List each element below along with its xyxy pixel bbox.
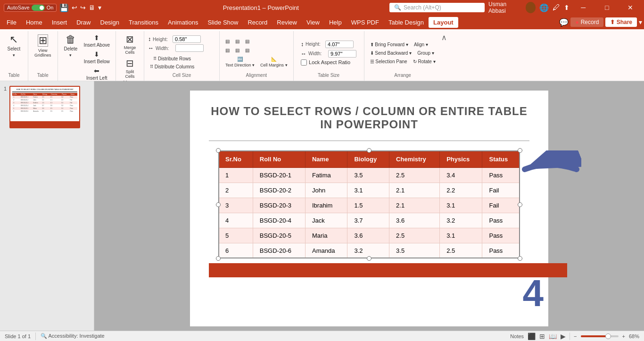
delete-dropdown[interactable]: ▾ [69,53,72,58]
slide-sorter-icon[interactable]: ⊞ [539,333,545,340]
align-arrange-label: Align ▾ [414,42,428,47]
rotate-button[interactable]: ↻ Rotate ▾ [411,58,438,65]
maximize-button[interactable]: □ [597,0,617,15]
undo-icon[interactable]: ↩ [72,4,77,11]
save-icon[interactable]: 💾 [59,3,69,12]
menu-help[interactable]: Help [324,17,347,28]
handle-middle-left[interactable] [216,202,221,207]
table-cell: BSGD-20-5 [253,228,305,243]
group-button[interactable]: Group ▾ [415,50,436,57]
comments-icon[interactable]: 💬 [559,18,569,27]
menu-review[interactable]: Review [272,17,302,28]
t-height-icon: ↕ [301,41,304,48]
table-cell: Ibrahim [305,198,347,213]
split-cells-button[interactable]: ⊟ SplitCells [122,57,139,80]
rotate-label: ↻ Rotate ▾ [413,59,436,64]
share-button[interactable]: ⬆ Share [605,17,637,27]
table-cell: 2.1 [389,183,440,198]
autosave-badge[interactable]: AutoSave On [4,4,57,12]
table-row[interactable]: 3BSGD-20-3Ibrahim1.52.13.1Fail [219,198,520,213]
align-arrange-button[interactable]: Align ▾ [412,41,430,48]
cell-height-input[interactable] [173,35,201,43]
table-row[interactable]: 1BSGD-20-1Fatima3.52.53.4Pass [219,168,520,183]
menu-view[interactable]: View [302,17,324,28]
record-button[interactable]: ● Record [570,17,603,27]
zoom-out-icon[interactable]: − [574,333,577,339]
align-tl-button[interactable]: ▤ [223,38,231,45]
slide-thumbnail[interactable]: HOW TO SELECT ROWS / COLUMN OR ENTIRE TA… [9,86,80,128]
handle-top-right[interactable] [518,148,522,153]
normal-view-icon[interactable]: ⬛ [528,333,536,340]
distribute-cols-button[interactable]: ⠿ Distribute Columns [148,63,196,70]
select-button[interactable]: ↖ Select ▾ [5,33,23,59]
menu-draw[interactable]: Draw [72,17,95,28]
menu-wps[interactable]: WPS PDF [347,17,384,28]
menu-home[interactable]: Home [21,17,47,28]
distribute-rows-button[interactable]: ⠿ Distribute Rows [148,55,196,62]
handle-bottom-right[interactable] [518,256,522,261]
data-table[interactable]: Sr.No Roll No Name Biology Chemistry Phy… [218,150,520,258]
view-gridlines-button[interactable]: ⊞ ViewGridlines [32,33,54,59]
notes-button[interactable]: Notes [510,333,524,339]
zoom-slider[interactable] [581,335,619,337]
present-icon[interactable]: 🖥 [89,4,95,11]
align-ml-button[interactable]: ▤ [223,47,231,54]
ribbon-toggle-icon[interactable]: ⬆ [564,4,570,11]
collapse-icon[interactable]: ▾ [639,18,642,26]
bring-forward-button[interactable]: ⬆ Bring Forward ▾ [368,41,410,48]
align-tc-button[interactable]: ▤ [233,38,241,45]
ribbon-group-content: ⊞ ViewGridlines [32,33,54,73]
menu-record[interactable]: Record [243,17,272,28]
close-button[interactable]: ✕ [620,0,640,15]
cell-margins-button[interactable]: 📐 Cell Margins ▾ [258,56,289,68]
reading-view-icon[interactable]: 📖 [549,333,557,340]
handle-top-middle[interactable] [367,148,372,153]
menu-design[interactable]: Design [96,17,124,28]
merge-cells-button[interactable]: ⊠ MergeCells [122,33,139,56]
align-mr-button[interactable]: ▤ [243,47,251,54]
menu-slideshow[interactable]: Slide Show [203,17,243,28]
minimize-button[interactable]: ─ [573,0,593,15]
table-row[interactable]: 2BSGD-20-2John3.12.12.2Fail [219,183,520,198]
ribbon-group-alignment: ▤ ▤ ▤ ▤ ▤ ▤ 🔤 Text Direction ▾ 📐 Cell Ma… [220,31,294,81]
globe-icon[interactable]: 🌐 [539,3,549,12]
table-height-input[interactable] [325,41,354,48]
text-dir-button[interactable]: 🔤 Text Direction ▾ [223,56,256,68]
table-width-input[interactable] [328,50,356,58]
table-row[interactable]: 5BSGD-20-5Maria3.62.53.1Pass [219,228,520,243]
send-backward-button[interactable]: ⬇ Send Backward ▾ [368,50,414,57]
delete-button[interactable]: 🗑 Delete ▾ [62,33,80,59]
table-row[interactable]: 4BSGD-20-4Jack3.73.63.2Pass [219,213,520,228]
select-dropdown-icon[interactable]: ▾ [13,53,15,58]
zoom-in-icon[interactable]: + [622,333,625,339]
menu-tabledesign[interactable]: Table Design [384,17,429,28]
handle-bottom-middle[interactable] [367,256,372,261]
menu-transitions[interactable]: Transitions [124,17,163,28]
autosave-toggle[interactable] [32,5,45,11]
lock-aspect-checkbox[interactable] [301,59,307,66]
cell-width-input[interactable] [175,44,204,52]
user-avatar [526,2,536,13]
table-wrapper[interactable]: Sr.No Roll No Name Biology Chemistry Phy… [218,150,520,258]
handle-bottom-left[interactable] [216,256,221,261]
menu-layout[interactable]: Layout [429,17,458,28]
customize-icon[interactable]: ▾ [98,4,101,11]
align-tr-button[interactable]: ▤ [243,38,251,45]
insert-below-button[interactable]: ⬇ Insert Below [82,50,112,65]
handle-middle-right[interactable] [518,202,522,207]
handle-top-left[interactable] [216,148,221,153]
insert-left-button[interactable]: ⬅ Insert Left [82,66,112,82]
insert-above-button[interactable]: ⬆ Insert Above [82,33,112,49]
zoom-level[interactable]: 68% [629,333,639,339]
selection-pane-button[interactable]: ☰ Selection Pane [368,58,409,65]
menu-animations[interactable]: Animations [163,17,203,28]
menu-insert[interactable]: Insert [47,17,72,28]
align-mc-button[interactable]: ▤ [233,47,241,54]
ribbon-collapse[interactable]: ∧ [441,31,451,81]
present-view-icon[interactable]: ▶ [561,333,566,340]
search-box[interactable]: 🔍 Search (Alt+Q) [389,3,485,12]
pen-icon[interactable]: 🖊 [553,3,560,12]
zoom-thumb[interactable] [605,333,611,339]
menu-file[interactable]: File [2,17,21,28]
redo-icon[interactable]: ↪ [80,4,86,11]
